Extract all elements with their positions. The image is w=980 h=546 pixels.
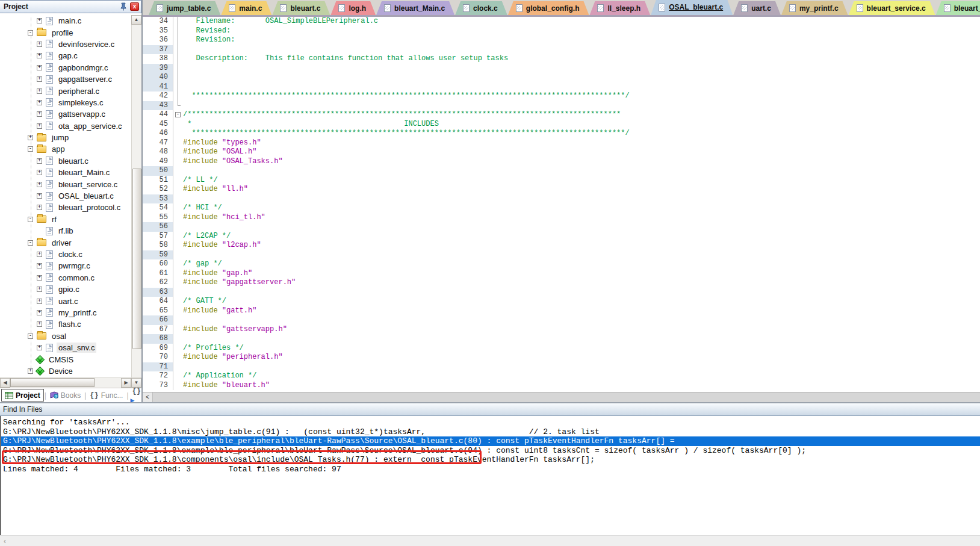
pin-icon[interactable] — [119, 2, 128, 11]
code-line-38[interactable]: 38 Description: This file contains funct… — [143, 54, 980, 64]
code-line-67[interactable]: 67#include "gattservapp.h" — [143, 325, 980, 335]
tree-item-label[interactable]: clock.c — [57, 249, 84, 259]
find-result-line[interactable]: G:\PRJ\NewBluetooth\PHY62XX_SDK_1.1.8\ex… — [1, 446, 980, 456]
tree-item-bleuart-service-c[interactable]: +bleuart_service.c — [0, 178, 141, 190]
expand-plus-icon[interactable]: + — [37, 158, 42, 164]
tree-item-label[interactable]: CMSIS — [47, 355, 75, 365]
tree-hscroll-thumb[interactable] — [10, 378, 95, 387]
code-line-50[interactable]: 50 — [143, 166, 980, 176]
code-line-63[interactable]: 63 — [143, 288, 980, 297]
expand-plus-icon[interactable]: + — [37, 170, 42, 175]
code-line-62[interactable]: 62#include "gapgattserver.h" — [143, 278, 980, 288]
panel-tab-books[interactable]: ?Books — [47, 389, 84, 402]
doc-tab-main-c[interactable]: main.c — [221, 1, 271, 15]
tree-item-label[interactable]: peripheral.c — [57, 86, 101, 96]
tree-item-gapbondmgr-c[interactable]: +gapbondmgr.c — [0, 62, 141, 73]
code-line-60[interactable]: 60/* gap */ — [143, 259, 980, 269]
code-line-72[interactable]: 72/* Application */ — [143, 371, 980, 381]
tree-vscroll-thumb[interactable] — [132, 169, 141, 349]
tree-item-profile[interactable]: -profile — [0, 26, 141, 38]
close-icon[interactable]: x — [130, 2, 139, 11]
expand-plus-icon[interactable]: + — [37, 42, 42, 47]
tree-item-label[interactable]: simplekeys.c — [57, 98, 105, 108]
code-line-71[interactable]: 71 — [143, 362, 980, 372]
scroll-up-icon[interactable]: ▲ — [131, 15, 141, 25]
code-line-65[interactable]: 65#include "gatt.h" — [143, 306, 980, 316]
editor-scroll-left-icon[interactable]: < — [143, 392, 153, 402]
doc-tab-clock-c[interactable]: clock.c — [455, 1, 507, 15]
expand-plus-icon[interactable]: + — [37, 321, 42, 327]
tree-item-label[interactable]: bleuart_protocol.c — [57, 202, 122, 213]
tree-item-label[interactable]: devinfoservice.c — [57, 39, 116, 49]
expand-plus-icon[interactable]: + — [37, 182, 42, 187]
code-line-41[interactable]: 41 — [143, 82, 980, 92]
tree-item-label[interactable]: gap.c — [57, 51, 79, 61]
expand-plus-icon[interactable]: + — [37, 65, 42, 70]
code-line-56[interactable]: 56 — [143, 222, 980, 232]
doc-tab-bleuart-main-c[interactable]: bleuart_Main.c — [376, 1, 454, 15]
tree-item-pwrmgr-c[interactable]: +pwrmgr.c — [0, 260, 141, 271]
doc-tab-bleuart-service-c[interactable]: bleuart_service.c — [849, 1, 935, 15]
expand-plus-icon[interactable]: + — [37, 275, 42, 281]
doc-tab-uart-c[interactable]: uart.c — [733, 1, 781, 15]
code-line-57[interactable]: 57/* L2CAP */ — [143, 232, 980, 241]
code-line-43[interactable]: 43 — [143, 101, 980, 111]
tree-item-driver[interactable]: -driver — [0, 237, 141, 248]
tree-item-rf-lib[interactable]: -rf.lib — [0, 225, 141, 237]
tree-item-label[interactable]: OSAL_bleuart.c — [57, 191, 116, 201]
tree-item-label[interactable]: uart.c — [57, 296, 80, 306]
code-line-44[interactable]: 44-/************************************… — [143, 110, 980, 120]
find-horizontal-scrollbar[interactable]: ‹ — [0, 535, 980, 546]
tree-item-rf[interactable]: -rf — [0, 214, 141, 225]
collapse-minus-icon[interactable]: - — [28, 240, 33, 246]
tree-item-label[interactable]: main.c — [57, 16, 83, 26]
scroll-right-icon[interactable]: ▶ — [121, 378, 131, 388]
code-line-34[interactable]: 34 Filename: OSAL_SimpleBLEPeripheral.c — [143, 17, 980, 26]
tree-item-jump[interactable]: +jump — [0, 132, 141, 143]
tree-item-simplekeys-c[interactable]: +simplekeys.c — [0, 97, 141, 108]
expand-plus-icon[interactable]: + — [28, 368, 33, 374]
expand-plus-icon[interactable]: + — [37, 205, 42, 210]
code-line-61[interactable]: 61#include "gap.h" — [143, 269, 980, 279]
tree-item-label[interactable]: rf.lib — [57, 226, 75, 236]
scroll-left-icon[interactable]: ◀ — [0, 378, 10, 388]
tree-item-osal[interactable]: -osal — [0, 330, 141, 342]
tree-item-devinfoservice-c[interactable]: +devinfoservice.c — [0, 39, 141, 50]
code-line-66[interactable]: 66 — [143, 315, 980, 325]
tree-item-bleuart-c[interactable]: +bleuart.c — [0, 155, 141, 167]
expand-plus-icon[interactable]: + — [37, 88, 42, 94]
fold-collapse-icon[interactable]: - — [173, 110, 183, 120]
find-result-line[interactable]: G:\PRJ\NewBluetooth\PHY62XX_SDK_1.1.8\mi… — [1, 427, 980, 437]
doc-tab-log-h[interactable]: log.h — [330, 1, 376, 15]
tree-item-label[interactable]: bleuart.c — [57, 156, 90, 166]
expand-plus-icon[interactable]: + — [37, 252, 42, 257]
tree-item-label[interactable]: gapgattserver.c — [57, 74, 114, 84]
expand-plus-icon[interactable]: + — [37, 299, 42, 304]
find-result-selected[interactable]: G:\PRJ\NewBluetooth\PHY62XX_SDK_1.1.8\ex… — [1, 436, 980, 446]
expand-plus-icon[interactable]: + — [37, 100, 42, 105]
doc-tab-jump-table-c[interactable]: jump_table.c — [149, 1, 220, 15]
code-line-49[interactable]: 49#include "OSAL_Tasks.h" — [143, 157, 980, 167]
code-line-52[interactable]: 52#include "ll.h" — [143, 185, 980, 194]
collapse-minus-icon[interactable]: - — [28, 146, 33, 152]
code-line-51[interactable]: 51/* LL */ — [143, 176, 980, 185]
tree-item-label[interactable]: ota_app_service.c — [57, 121, 124, 131]
doc-tab-my-printf-c[interactable]: my_printf.c — [781, 1, 848, 15]
expand-plus-icon[interactable]: + — [37, 310, 42, 315]
tree-item-osal-bleuart-c[interactable]: +OSAL_bleuart.c — [0, 190, 141, 202]
editor-horizontal-scrollbar[interactable]: < — [143, 392, 980, 402]
tree-item-label[interactable]: osal — [50, 331, 68, 341]
doc-tab-osal-bleuart-c[interactable]: OSAL_bleuart.c — [651, 0, 733, 15]
tree-item-label[interactable]: gpio.c — [57, 284, 81, 294]
code-line-35[interactable]: 35 Revised: — [143, 26, 980, 36]
scroll-chevron-left-icon[interactable]: ‹ — [4, 537, 6, 545]
tree-item-label[interactable]: driver — [50, 238, 73, 248]
code-line-39[interactable]: 39 — [143, 64, 980, 73]
expand-plus-icon[interactable]: + — [37, 287, 42, 292]
tree-item-gattservapp-c[interactable]: +gattservapp.c — [0, 108, 141, 120]
code-line-54[interactable]: 54/* HCI */ — [143, 203, 980, 213]
tree-item-label[interactable]: pwrmgr.c — [57, 261, 92, 271]
tree-item-gap-c[interactable]: +gap.c — [0, 50, 141, 61]
collapse-minus-icon[interactable]: - — [28, 217, 33, 222]
expand-plus-icon[interactable]: + — [37, 53, 42, 58]
